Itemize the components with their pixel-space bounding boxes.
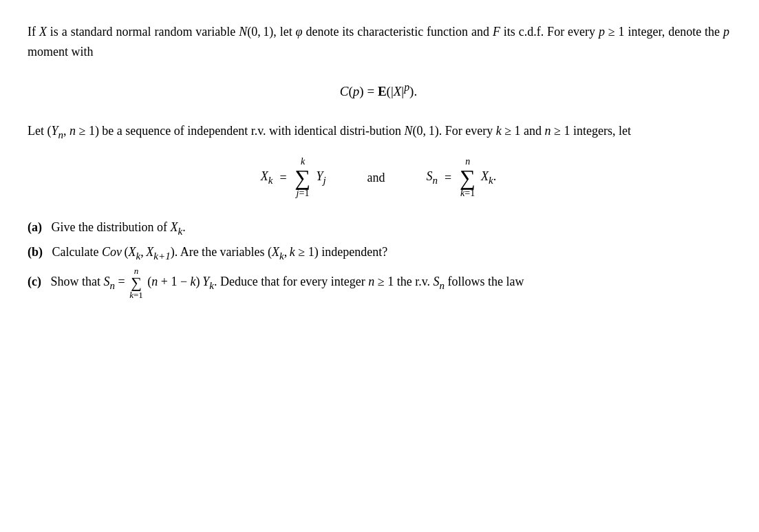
part-c-label: (c)	[28, 275, 41, 288]
sigma-c: ∑	[131, 275, 142, 290]
part-b: (b) Calculate Cov (Xk, Xk+1). Are the va…	[28, 242, 729, 264]
xk-symbol: Xk	[261, 167, 273, 189]
formula-sn: Sn = n ∑ k=1 Xk.	[427, 157, 497, 198]
main-content: If X is a standard normal random variabl…	[28, 22, 729, 299]
sum-c-bot: k=1	[129, 290, 143, 299]
sum-bot-j1: j=1	[297, 189, 310, 198]
formula-cp-text: C(p) = E(|X|p).	[340, 84, 417, 98]
yj-symbol: Yj	[316, 167, 325, 189]
sn-symbol: Sn	[427, 167, 438, 189]
equals-1: =	[279, 168, 286, 188]
part-b-label: (b)	[28, 245, 43, 259]
formula-xk: Xk = k ∑ j=1 Yj	[261, 157, 326, 198]
sum-bot-k1: k=1	[460, 189, 475, 198]
xk2-symbol: Xk.	[481, 167, 496, 189]
equals-2: =	[445, 168, 451, 188]
part-a-label: (a)	[28, 220, 42, 234]
sum-part-c: n ∑ k=1	[129, 266, 143, 299]
double-formula: Xk = k ∑ j=1 Yj and Sn = n ∑ k=1	[28, 157, 729, 198]
paragraph-2: Let (Yn, n ≥ 1) be a sequence of indepen…	[28, 121, 729, 143]
paragraph-1: If X is a standard normal random variabl…	[28, 22, 729, 62]
sigma-1: ∑	[295, 167, 311, 189]
sigma-2: ∑	[460, 167, 475, 189]
sum-yj: k ∑ j=1	[295, 157, 311, 198]
part-a: (a) Give the distribution of Xk.	[28, 217, 729, 240]
and-text: and	[367, 168, 385, 188]
formula-cp: C(p) = E(|X|p).	[28, 78, 729, 103]
sum-xk: n ∑ k=1	[460, 157, 475, 198]
part-c: (c) Show that Sn = n ∑ k=1 (n + 1 − k) Y…	[28, 266, 729, 299]
